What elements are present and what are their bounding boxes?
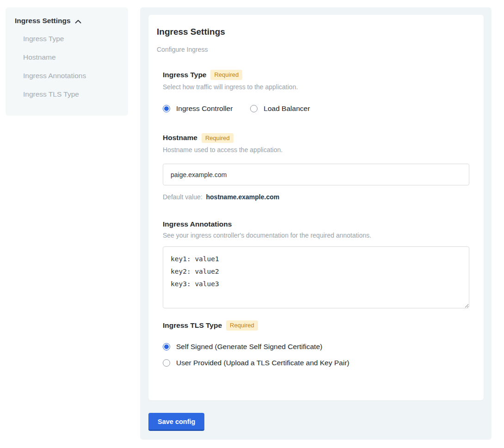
ingress-type-options: Ingress Controller Load Balancer (163, 104, 469, 113)
sidebar-group-ingress-settings[interactable]: Ingress Settings (15, 17, 121, 25)
default-value-text: hostname.example.com (206, 193, 280, 201)
hostname-label: Hostname (163, 134, 197, 142)
group-hostname-head: Hostname Required (163, 133, 469, 143)
radio-selected-icon (163, 343, 170, 350)
radio-load-balancer[interactable]: Load Balancer (250, 104, 310, 113)
annotations-textarea[interactable]: key1: value1 key2: value2 key3: value3 (163, 246, 469, 308)
ingress-type-label: Ingress Type (163, 71, 206, 79)
ingress-settings-card: Ingress Settings Configure Ingress Ingre… (148, 15, 484, 400)
hostname-help: Hostname used to access the application. (163, 146, 469, 153)
save-config-button[interactable]: Save config (148, 413, 204, 431)
group-ingress-type: Ingress Type Required Select how traffic… (163, 70, 469, 113)
radio-unselected-icon (250, 105, 258, 112)
group-ingress-type-head: Ingress Type Required (163, 70, 469, 80)
card-subtitle: Configure Ingress (157, 46, 475, 53)
radio-unselected-icon (163, 359, 170, 367)
annotations-label: Ingress Annotations (163, 220, 232, 228)
tls-type-options: Self Signed (Generate Self Signed Certif… (163, 343, 469, 367)
config-form: Ingress Type Required Select how traffic… (163, 70, 469, 367)
group-tls-head: Ingress TLS Type Required (163, 320, 469, 331)
radio-label: User Provided (Upload a TLS Certificate … (176, 359, 349, 367)
sidebar-item-ingress-annotations[interactable]: Ingress Annotations (15, 67, 121, 85)
ingress-type-help: Select how traffic will ingress to the a… (163, 83, 469, 91)
annotations-help: See your ingress controller's documentat… (163, 232, 469, 239)
radio-label: Load Balancer (264, 104, 310, 113)
group-ingress-annotations: Ingress Annotations See your ingress con… (163, 220, 469, 308)
chevron-up-icon (75, 19, 81, 24)
group-annotations-head: Ingress Annotations (163, 220, 469, 228)
hostname-default-line: Default value: hostname.example.com (163, 193, 469, 201)
sidebar-group-title: Ingress Settings (15, 17, 71, 25)
sidebar-item-hostname[interactable]: Hostname (15, 48, 121, 67)
card-title: Ingress Settings (157, 27, 475, 37)
tls-type-label: Ingress TLS Type (163, 321, 222, 330)
radio-ingress-controller[interactable]: Ingress Controller (163, 104, 233, 113)
group-hostname: Hostname Required Hostname used to acces… (163, 133, 469, 201)
config-content-panel: Ingress Settings Configure Ingress Ingre… (140, 7, 492, 440)
sidebar-items: Ingress Type Hostname Ingress Annotation… (15, 30, 121, 104)
default-value-label: Default value: (163, 193, 203, 201)
required-badge: Required (226, 320, 258, 331)
sidebar-item-ingress-type[interactable]: Ingress Type (15, 30, 121, 48)
group-ingress-tls-type: Ingress TLS Type Required Self Signed (G… (163, 320, 469, 367)
page: Ingress Settings Ingress Type Hostname I… (0, 0, 504, 440)
hostname-input[interactable] (163, 164, 469, 185)
required-badge: Required (210, 70, 242, 80)
radio-label: Ingress Controller (176, 104, 233, 113)
config-nav-sidebar: Ingress Settings Ingress Type Hostname I… (6, 7, 128, 116)
sidebar-item-ingress-tls-type[interactable]: Ingress TLS Type (15, 85, 121, 104)
required-badge: Required (202, 133, 234, 143)
radio-self-signed[interactable]: Self Signed (Generate Self Signed Certif… (163, 343, 469, 351)
radio-selected-icon (163, 105, 170, 112)
radio-label: Self Signed (Generate Self Signed Certif… (176, 343, 322, 351)
radio-user-provided[interactable]: User Provided (Upload a TLS Certificate … (163, 359, 469, 367)
